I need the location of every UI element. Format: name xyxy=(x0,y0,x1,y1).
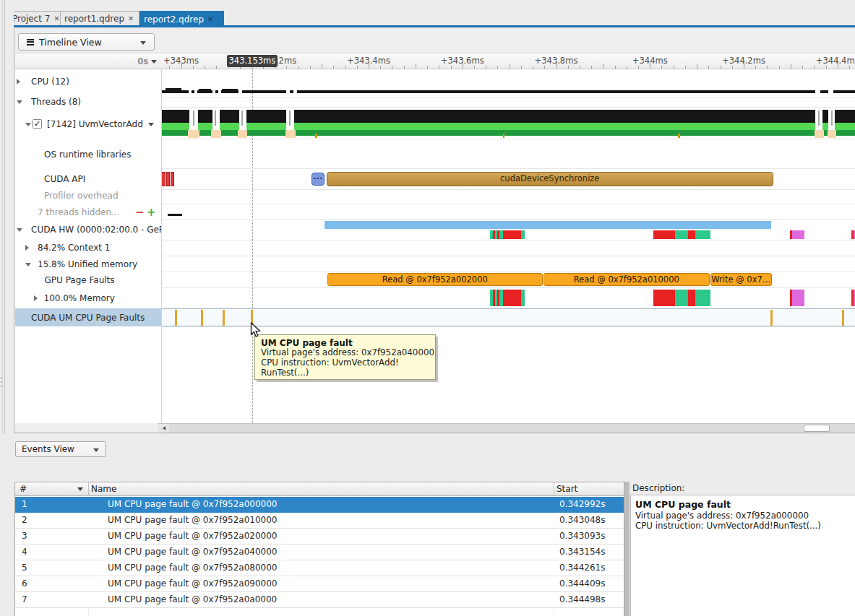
table-row[interactable]: 6UM CPU page fault @ 0x7f952a0900000.344… xyxy=(15,576,624,592)
column-header-start[interactable]: Start xyxy=(557,484,577,494)
tab-label: report1.qdrep xyxy=(64,14,124,24)
cpu-utilization-bump xyxy=(222,89,238,93)
tree-item-84-2-context-1[interactable]: 84.2% Context 1 xyxy=(15,240,161,255)
gpu-page-fault-bar[interactable]: Read @ 0x7f952a010000 xyxy=(543,273,710,286)
column-header-num[interactable]: # xyxy=(20,484,27,494)
column-divider[interactable] xyxy=(554,482,554,496)
cell-start: 0.343093s xyxy=(559,531,606,541)
tree-expander-collapsed-icon[interactable] xyxy=(34,295,38,301)
row-separator xyxy=(162,272,855,272)
tree-expander-collapsed-icon[interactable] xyxy=(17,79,20,84)
gpu-page-fault-bar[interactable]: Write @ 0x7… xyxy=(710,273,773,286)
tree-timeline-divider[interactable] xyxy=(161,69,162,423)
ruler-tick xyxy=(404,66,405,69)
table-row[interactable]: 4UM CPU page fault @ 0x7f952a0400000.343… xyxy=(15,545,624,560)
um-cpu-page-fault-tick xyxy=(842,310,844,326)
tree-expander-expanded-icon[interactable] xyxy=(25,123,31,126)
thread-running-segment xyxy=(220,123,239,130)
tree-item-label: Profiler overhead xyxy=(44,191,119,201)
cpu-utilization-segment xyxy=(297,90,816,94)
thread-gap-marker xyxy=(831,110,833,126)
chevron-down-icon xyxy=(93,448,99,452)
tree-item-profiler-overhead[interactable]: Profiler overhead xyxy=(15,188,161,203)
ruler-tick xyxy=(427,66,428,69)
tab-report2-qdrep[interactable]: report2.qdrep✕ xyxy=(139,11,224,27)
tree-item--7142-uvmvectoradd[interactable]: ✓[7142] UvmVectorAdd xyxy=(15,117,161,131)
thread-options-caret-icon[interactable] xyxy=(148,123,154,126)
cpu-utilization-segment xyxy=(215,90,218,94)
table-row[interactable]: 5UM CPU page fault @ 0x7f952a0800000.344… xyxy=(15,560,624,576)
table-row[interactable]: 7UM CPU page fault @ 0x7f952a0a00000.344… xyxy=(15,592,624,608)
memory-transfer-segment xyxy=(688,290,696,306)
tree-expander-expanded-icon[interactable] xyxy=(25,263,31,266)
kernel-execution-bar xyxy=(325,221,771,229)
tree-item-cpu-12-[interactable]: CPU (12) xyxy=(15,74,161,89)
tree-expander-collapsed-icon[interactable] xyxy=(25,245,29,251)
hide-thread-icon[interactable]: − xyxy=(135,206,145,219)
ruler-tick xyxy=(591,66,592,69)
ruler-origin-label[interactable]: 0s xyxy=(121,56,148,66)
thread-running-segment xyxy=(294,123,815,130)
column-divider[interactable] xyxy=(88,482,89,496)
tree-item-15-8-unified-memory[interactable]: 15.8% Unified memory xyxy=(15,257,161,272)
thread-blocked-segment xyxy=(285,130,296,138)
tab-report1-qdrep[interactable]: report1.qdrep✕ xyxy=(60,11,139,25)
tree-item-label: CUDA UM CPU Page Faults xyxy=(31,313,145,323)
um-cpu-page-fault-tick xyxy=(770,310,773,326)
tree-item-100-0-memory[interactable]: 100.0% Memory xyxy=(15,291,161,305)
timeline-ruler[interactable]: 0s +343ms+343.2ms+343.4ms+343.6ms+343.8m… xyxy=(15,53,855,69)
events-view-dropdown[interactable]: Events View xyxy=(15,441,106,457)
table-row[interactable]: 3UM CPU page fault @ 0x7f952a0200000.343… xyxy=(15,529,624,545)
ruler-tick xyxy=(521,66,522,69)
tree-item-threads-8-[interactable]: Threads (8) xyxy=(15,95,161,109)
show-thread-icon[interactable]: + xyxy=(147,206,156,219)
tree-item-cuda-um-cpu-page-faults[interactable]: CUDA UM CPU Page Faults xyxy=(15,311,161,325)
view-selector-dropdown[interactable]: Timeline View xyxy=(18,33,155,51)
thread-checkbox[interactable]: ✓ xyxy=(33,119,42,129)
thread-running-segment xyxy=(198,123,212,130)
scrollbar-thumb[interactable] xyxy=(804,425,830,432)
cuda-device-synchronize-bar[interactable]: cudaDeviceSynchronize xyxy=(327,172,774,186)
ruler-tick xyxy=(767,66,768,69)
tree-item-os-runtime-libraries[interactable]: OS runtime libraries xyxy=(15,147,161,162)
thread-cpu-usage-bar xyxy=(161,130,855,136)
um-cpu-page-fault-tick xyxy=(175,310,177,326)
column-header-name[interactable]: Name xyxy=(91,484,116,494)
row-separator xyxy=(162,256,855,256)
ruler-tick xyxy=(627,66,627,69)
cell-name: UM CPU page fault @ 0x7f952a080000 xyxy=(108,563,277,573)
tree-item-7-threads-hidden-[interactable]: 7 threads hidden...−+ xyxy=(15,205,161,220)
gpu-page-fault-bar[interactable]: Read @ 0x7f952a002000 xyxy=(327,273,543,286)
ruler-tick xyxy=(661,66,662,69)
tree-item-cuda-hw-0000-02-00-0-geforce[interactable]: CUDA HW (0000:02:00.0 - GeForce xyxy=(15,222,161,237)
table-row[interactable]: 2UM CPU page fault @ 0x7f952a0100000.343… xyxy=(15,513,624,529)
thread-gap-marker xyxy=(289,110,291,126)
events-table[interactable]: # Name Start 1UM CPU page fault @ 0x7f95… xyxy=(14,482,624,616)
events-table-header[interactable]: # Name Start xyxy=(15,482,624,496)
row-separator xyxy=(162,240,855,240)
tree-item-gpu-page-faults[interactable]: GPU Page Faults xyxy=(15,273,161,287)
scroll-left-button[interactable] xyxy=(158,424,169,433)
timeline-horizontal-scrollbar[interactable] xyxy=(158,423,855,433)
thread-blocked-segment xyxy=(815,130,824,138)
tab-project-7[interactable]: Project 7✕ xyxy=(8,11,61,25)
ruler-tick xyxy=(732,66,733,69)
collapsed-events-chip[interactable]: ... xyxy=(312,173,325,186)
tree-expander-expanded-icon[interactable] xyxy=(17,228,22,232)
cell-num: 3 xyxy=(22,531,27,541)
tab-close-icon[interactable]: ✕ xyxy=(128,15,134,22)
tab-close-icon[interactable]: ✕ xyxy=(207,16,213,23)
cpu-utilization-segment xyxy=(820,90,828,94)
tab-label: report2.qdrep xyxy=(144,14,204,25)
memory-transfer-segment xyxy=(503,290,521,306)
ruler-tick xyxy=(603,64,603,69)
tree-expander-expanded-icon[interactable] xyxy=(17,100,22,104)
cell-name: UM CPU page fault @ 0x7f952a020000 xyxy=(108,531,277,541)
memory-transfer-segment xyxy=(675,290,688,306)
events-table-vertical-scrollbar[interactable] xyxy=(624,482,630,616)
tab-close-icon[interactable]: ✕ xyxy=(54,15,60,22)
tree-item-cuda-api[interactable]: CUDA API xyxy=(15,172,161,186)
ruler-tick xyxy=(544,66,545,69)
timeline-tree[interactable]: CPU (12)Threads (8)✓[7142] UvmVectorAddO… xyxy=(15,69,161,423)
table-row[interactable]: 1UM CPU page fault @ 0x7f952a0000000.342… xyxy=(15,497,624,513)
